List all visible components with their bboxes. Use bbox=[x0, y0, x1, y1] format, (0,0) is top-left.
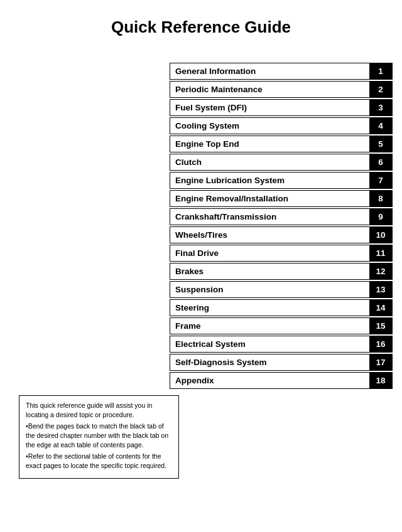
toc-item-number: 11 bbox=[369, 245, 392, 261]
toc-item-number: 14 bbox=[369, 300, 392, 316]
toc-item-label: Wheels/Tires bbox=[170, 227, 369, 243]
table-row: Electrical System16 bbox=[170, 336, 393, 353]
note-bullet2: •Refer to the sectional table of content… bbox=[26, 452, 172, 470]
toc-item-label: General Information bbox=[170, 63, 369, 79]
toc-item-number: 10 bbox=[369, 227, 392, 243]
toc-item-number: 2 bbox=[369, 82, 392, 97]
table-row: Cooling System4 bbox=[170, 117, 393, 134]
toc-item-label: Frame bbox=[170, 318, 369, 334]
toc-item-number: 17 bbox=[369, 354, 392, 370]
toc-item-number: 18 bbox=[369, 373, 392, 388]
note-box: This quick reference guide will assist y… bbox=[19, 395, 179, 479]
table-row: Self-Diagnosis System17 bbox=[170, 354, 393, 371]
note-bullet1: •Bend the pages back to match the black … bbox=[26, 422, 172, 449]
toc-item-number: 15 bbox=[369, 318, 392, 334]
table-row: Fuel System (DFI)3 bbox=[170, 99, 393, 116]
toc-item-label: Engine Removal/Installation bbox=[170, 191, 369, 206]
toc-item-label: Suspension bbox=[170, 282, 369, 297]
page-title: Quick Reference Guide bbox=[0, 0, 402, 50]
table-row: Clutch6 bbox=[170, 154, 393, 171]
toc-item-number: 5 bbox=[369, 136, 392, 152]
table-of-contents: General Information1Periodic Maintenance… bbox=[170, 63, 393, 390]
toc-item-label: Cooling System bbox=[170, 118, 369, 134]
table-row: Brakes12 bbox=[170, 263, 393, 280]
note-line1: This quick reference guide will assist y… bbox=[26, 401, 172, 419]
toc-item-label: Brakes bbox=[170, 263, 369, 279]
table-row: Engine Removal/Installation8 bbox=[170, 190, 393, 207]
table-row: Engine Top End5 bbox=[170, 136, 393, 152]
toc-item-label: Periodic Maintenance bbox=[170, 82, 369, 97]
toc-item-label: Appendix bbox=[170, 373, 369, 388]
table-row: Frame15 bbox=[170, 317, 393, 334]
toc-item-label: Engine Top End bbox=[170, 136, 369, 152]
table-row: Steering14 bbox=[170, 299, 393, 316]
toc-item-label: Crankshaft/Transmission bbox=[170, 209, 369, 225]
toc-item-number: 7 bbox=[369, 173, 392, 188]
toc-item-number: 6 bbox=[369, 154, 392, 170]
toc-item-number: 1 bbox=[369, 63, 392, 79]
toc-item-number: 3 bbox=[369, 100, 392, 115]
toc-item-label: Fuel System (DFI) bbox=[170, 100, 369, 115]
toc-item-label: Engine Lubrication System bbox=[170, 173, 369, 188]
table-row: Engine Lubrication System7 bbox=[170, 172, 393, 189]
table-row: Periodic Maintenance2 bbox=[170, 81, 393, 98]
table-row: General Information1 bbox=[170, 63, 393, 80]
toc-item-label: Electrical System bbox=[170, 336, 369, 352]
table-row: Crankshaft/Transmission9 bbox=[170, 208, 393, 225]
toc-item-label: Self-Diagnosis System bbox=[170, 354, 369, 370]
toc-item-number: 16 bbox=[369, 336, 392, 352]
toc-item-number: 9 bbox=[369, 209, 392, 225]
table-row: Appendix18 bbox=[170, 372, 393, 389]
toc-item-label: Clutch bbox=[170, 154, 369, 170]
toc-item-number: 13 bbox=[369, 282, 392, 297]
toc-item-number: 4 bbox=[369, 118, 392, 134]
toc-item-number: 12 bbox=[369, 263, 392, 279]
table-row: Suspension13 bbox=[170, 281, 393, 298]
toc-item-label: Final Drive bbox=[170, 245, 369, 261]
table-row: Final Drive11 bbox=[170, 245, 393, 262]
toc-item-label: Steering bbox=[170, 300, 369, 316]
table-row: Wheels/Tires10 bbox=[170, 226, 393, 243]
toc-item-number: 8 bbox=[369, 191, 392, 206]
